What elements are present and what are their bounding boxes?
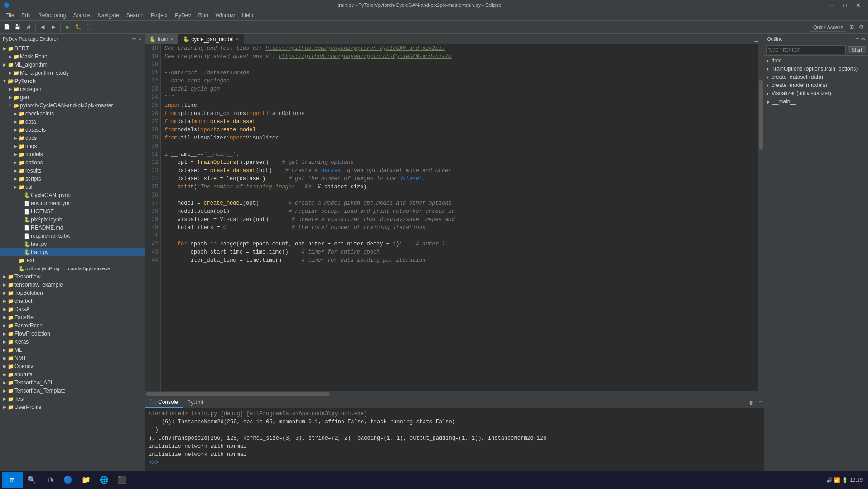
tree-item-docs[interactable]: ▶ 📁 docs [0, 134, 145, 142]
outline-item-visualizer[interactable]: ● Visualizer (util.visualizer) [764, 89, 868, 97]
tab-cycle-gan-model[interactable]: 🐍 cycle_gan_model ✕ [178, 34, 244, 44]
code-area[interactable]: See training and test tips at: https://g… [161, 44, 758, 391]
tree-item-keras[interactable]: ▶ 📁 Keras [0, 338, 145, 346]
explorer-close[interactable]: ✕ [138, 36, 142, 41]
tree-item-bert[interactable]: ▶ 📁 BERT [0, 44, 145, 53]
menu-project[interactable]: Project [147, 11, 171, 19]
toolbar-back[interactable]: ◀ [38, 22, 48, 32]
tree-item-cyclegan[interactable]: ▶ 📁 cyclegan [0, 85, 145, 93]
tree-item-python[interactable]: 🐍 python (e:\Progr ... conda3\python.exe… [0, 264, 145, 273]
tree-item-topsolution[interactable]: ▶ 📁 TopSolution [0, 289, 145, 297]
outline-filter-input[interactable] [766, 45, 846, 54]
menu-edit[interactable]: Edit [18, 11, 34, 19]
tree-item-fasterrcnn[interactable]: ▶ 📁 FasterRcnn [0, 321, 145, 330]
tree-item-options[interactable]: ▶ 📁 options [0, 158, 145, 167]
explorer-minimize[interactable]: ─ [132, 36, 135, 41]
tree-item-data[interactable]: ▶ 📁 data [0, 118, 145, 126]
tree-item-trainpy[interactable]: 🐍 train.py [0, 248, 145, 256]
tree-item-ml[interactable]: ▶ 📁 ML [0, 346, 145, 354]
taskbar-terminal-icon[interactable]: ⬛ [113, 471, 131, 489]
toolbar-new[interactable]: 📄 [2, 22, 12, 32]
outline-item-createdataset[interactable]: ● create_dataset (data) [764, 73, 868, 81]
maximize-button[interactable]: □ [839, 2, 850, 9]
outline-item-main[interactable]: ◆ __main__ [764, 97, 868, 105]
tree-item-mask-rcnn[interactable]: ▶ 📁 Mask-Rcnn [0, 53, 145, 61]
outline-start-button[interactable]: Start [848, 46, 866, 53]
outline-item-trainoptions[interactable]: ● TrainOptions (options.train_options) [764, 65, 868, 73]
scroll-thumb[interactable] [759, 80, 763, 150]
tree-item-chatbot[interactable]: ▶ 📁 chatbot [0, 297, 145, 305]
tree-item-shurufa[interactable]: ▶ 📁 shurufa [0, 370, 145, 379]
toolbar-print[interactable]: 🖨 [24, 22, 34, 32]
tree-item-datasets[interactable]: ▶ 📁 datasets [0, 126, 145, 134]
tree-item-userprofile[interactable]: ▶ 📁 UserProfile [0, 403, 145, 411]
tree-item-dataa[interactable]: ▶ 📁 DataA [0, 305, 145, 313]
tree-item-tensorflow[interactable]: ▶ 📁 Tensorflow [0, 273, 145, 281]
taskbar-eclipse-icon[interactable]: 🔵 [59, 471, 77, 489]
menu-source[interactable]: Source [69, 11, 94, 19]
tree-item-testpy[interactable]: 🐍 test.py [0, 240, 145, 248]
console-maximize-btn[interactable]: □ [759, 400, 762, 405]
tree-item-gan[interactable]: ▶ 📁 gan [0, 93, 145, 101]
tab-console[interactable]: ⬛ Console [145, 398, 183, 408]
tree-item-pix2pix[interactable]: 🐍 pix2pix.ipynb [0, 216, 145, 224]
toolbar-perspective[interactable]: ⊞ [846, 22, 856, 32]
tree-item-ml-study[interactable]: ▶ 📁 ML_algorithm_study [0, 69, 145, 77]
toolbar-run[interactable]: ▶ [63, 22, 72, 32]
tree-item-pytorch[interactable]: ▼ 📂 PyTorch [0, 77, 145, 85]
toolbar-forward[interactable]: ▶ [48, 22, 58, 32]
tree-item-scripts[interactable]: ▶ 📁 scripts [0, 175, 145, 183]
tree-item-license[interactable]: 📄 LICENSE [0, 207, 145, 216]
outline-item-time[interactable]: ● time [764, 57, 868, 65]
horizontal-scrollbar[interactable] [145, 391, 758, 397]
close-button[interactable]: ✕ [852, 2, 864, 9]
toolbar-settings[interactable]: ⚙ [856, 22, 866, 32]
taskbar-taskview-icon[interactable]: ⧉ [41, 471, 59, 489]
menu-window[interactable]: Window [212, 11, 239, 19]
tab-pyunit[interactable]: PyUnit [183, 398, 207, 408]
tree-item-util[interactable]: ▶ 📁 util [0, 183, 145, 191]
tree-item-flowpred[interactable]: ▶ 📁 FlowPrediction [0, 330, 145, 338]
outline-close-btn[interactable]: ✕ [862, 36, 865, 41]
tree-item-tf-example[interactable]: ▶ 📁 tensorflow_example [0, 281, 145, 289]
quick-access-button[interactable]: Quick Access [810, 23, 846, 32]
tree-item-pytorch-cycle[interactable]: ▼ 📂 pytorch-CycleGAN-and-pix2pix-master [0, 101, 145, 110]
console-minimize-btn[interactable]: ─ [755, 400, 758, 405]
menu-run[interactable]: Run [195, 11, 212, 19]
h-scroll-thumb[interactable] [146, 392, 330, 396]
menu-file[interactable]: File [2, 11, 18, 19]
toolbar-stop[interactable]: ⬛ [84, 22, 94, 32]
tree-item-facenet[interactable]: ▶ 📁 FaceNet [0, 313, 145, 321]
tree-item-test[interactable]: ▶ 📁 Test [0, 395, 145, 403]
menu-help[interactable]: Help [238, 11, 257, 19]
menu-refactoring[interactable]: Refactoring [34, 11, 69, 19]
tree-item-results[interactable]: ▶ 📁 results [0, 167, 145, 175]
taskbar-chrome-icon[interactable]: 🌐 [95, 471, 113, 489]
outline-item-createmodel[interactable]: ● create_model (models) [764, 81, 868, 89]
toolbar-save[interactable]: 💾 [13, 22, 23, 32]
tree-item-tf-template[interactable]: ▶ 📁 Tensorflow_Template [0, 387, 145, 395]
console-clear-btn[interactable]: 🗑 [749, 400, 754, 405]
tree-item-cycleganjupynb[interactable]: 🐍 CycleGAN.ipynb [0, 191, 145, 199]
tree-item-environment[interactable]: 📄 environment.yml [0, 199, 145, 207]
editor-maximize-btn[interactable]: □ [759, 38, 762, 44]
tree-item-readme[interactable]: 📄 README.md [0, 224, 145, 232]
tab-cycle-close[interactable]: ✕ [236, 37, 239, 42]
taskbar-explorer-icon[interactable]: 📁 [77, 471, 95, 489]
minimize-button[interactable]: ─ [826, 2, 837, 9]
tree-item-opencv[interactable]: ▶ 📁 Opencv [0, 362, 145, 370]
tab-train[interactable]: 🐍 train ✕ [145, 34, 178, 44]
outline-minimize-btn[interactable]: ─ [856, 36, 859, 41]
tree-item-requirements[interactable]: 📄 requirements.txt [0, 232, 145, 240]
tree-item-checkpoints[interactable]: ▶ 📁 checkpoints [0, 110, 145, 118]
tree-item-nmt[interactable]: ▶ 📁 NMT [0, 354, 145, 362]
tree-item-ml-algo[interactable]: ▶ 📁 ML_algorithm [0, 61, 145, 69]
tree-item-imgs[interactable]: ▶ 📁 imgs [0, 142, 145, 150]
menu-navigate[interactable]: Navigate [94, 11, 122, 19]
vertical-scrollbar[interactable] [758, 44, 764, 397]
tree-item-models[interactable]: ▶ 📁 models [0, 150, 145, 158]
taskbar-start-button[interactable]: ⊞ [2, 472, 23, 488]
tab-train-close[interactable]: ✕ [170, 37, 174, 42]
taskbar-search-icon[interactable]: 🔍 [23, 471, 41, 489]
menu-pydev[interactable]: PyDev [171, 11, 194, 19]
